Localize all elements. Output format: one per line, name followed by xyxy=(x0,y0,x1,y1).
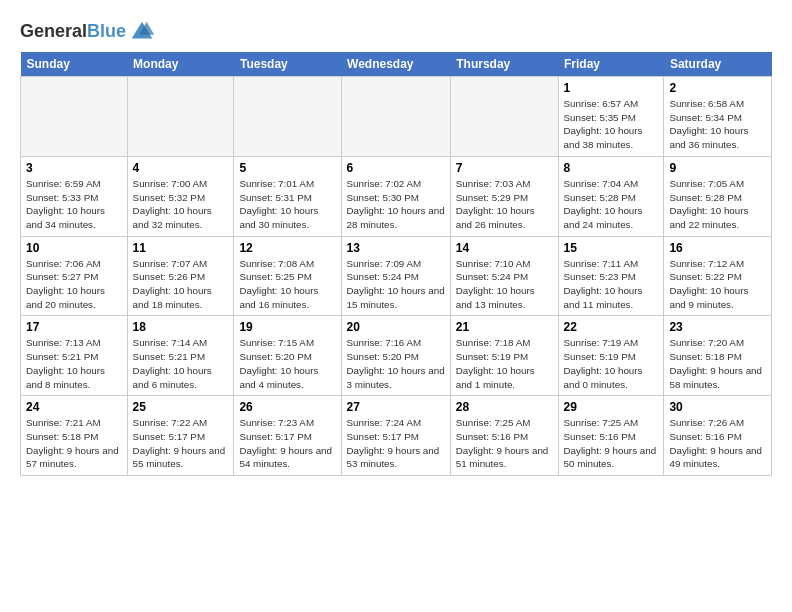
day-info: Sunrise: 7:22 AMSunset: 5:17 PMDaylight:… xyxy=(133,416,229,471)
day-info: Sunrise: 7:09 AMSunset: 5:24 PMDaylight:… xyxy=(347,257,445,312)
calendar-cell: 19Sunrise: 7:15 AMSunset: 5:20 PMDayligh… xyxy=(234,316,341,396)
col-header-thursday: Thursday xyxy=(450,52,558,77)
day-info: Sunrise: 7:25 AMSunset: 5:16 PMDaylight:… xyxy=(456,416,553,471)
calendar-cell: 1Sunrise: 6:57 AMSunset: 5:35 PMDaylight… xyxy=(558,77,664,157)
col-header-wednesday: Wednesday xyxy=(341,52,450,77)
day-info: Sunrise: 7:26 AMSunset: 5:16 PMDaylight:… xyxy=(669,416,766,471)
calendar-cell xyxy=(127,77,234,157)
col-header-saturday: Saturday xyxy=(664,52,772,77)
day-info: Sunrise: 7:25 AMSunset: 5:16 PMDaylight:… xyxy=(564,416,659,471)
calendar-cell: 12Sunrise: 7:08 AMSunset: 5:25 PMDayligh… xyxy=(234,236,341,316)
calendar-cell: 10Sunrise: 7:06 AMSunset: 5:27 PMDayligh… xyxy=(21,236,128,316)
logo-text: GeneralBlue xyxy=(20,22,126,42)
calendar-cell: 20Sunrise: 7:16 AMSunset: 5:20 PMDayligh… xyxy=(341,316,450,396)
calendar-table: SundayMondayTuesdayWednesdayThursdayFrid… xyxy=(20,52,772,476)
day-info: Sunrise: 7:23 AMSunset: 5:17 PMDaylight:… xyxy=(239,416,335,471)
calendar-cell: 18Sunrise: 7:14 AMSunset: 5:21 PMDayligh… xyxy=(127,316,234,396)
col-header-friday: Friday xyxy=(558,52,664,77)
calendar-cell: 3Sunrise: 6:59 AMSunset: 5:33 PMDaylight… xyxy=(21,156,128,236)
day-number: 17 xyxy=(26,320,122,334)
calendar-cell: 25Sunrise: 7:22 AMSunset: 5:17 PMDayligh… xyxy=(127,396,234,476)
day-number: 25 xyxy=(133,400,229,414)
calendar-cell: 5Sunrise: 7:01 AMSunset: 5:31 PMDaylight… xyxy=(234,156,341,236)
day-info: Sunrise: 7:15 AMSunset: 5:20 PMDaylight:… xyxy=(239,336,335,391)
calendar-cell: 17Sunrise: 7:13 AMSunset: 5:21 PMDayligh… xyxy=(21,316,128,396)
day-info: Sunrise: 7:07 AMSunset: 5:26 PMDaylight:… xyxy=(133,257,229,312)
day-number: 29 xyxy=(564,400,659,414)
day-number: 2 xyxy=(669,81,766,95)
day-info: Sunrise: 7:00 AMSunset: 5:32 PMDaylight:… xyxy=(133,177,229,232)
col-header-tuesday: Tuesday xyxy=(234,52,341,77)
day-number: 5 xyxy=(239,161,335,175)
day-info: Sunrise: 7:21 AMSunset: 5:18 PMDaylight:… xyxy=(26,416,122,471)
day-number: 28 xyxy=(456,400,553,414)
day-number: 9 xyxy=(669,161,766,175)
calendar-cell: 29Sunrise: 7:25 AMSunset: 5:16 PMDayligh… xyxy=(558,396,664,476)
day-info: Sunrise: 7:14 AMSunset: 5:21 PMDaylight:… xyxy=(133,336,229,391)
day-number: 13 xyxy=(347,241,445,255)
calendar-cell: 23Sunrise: 7:20 AMSunset: 5:18 PMDayligh… xyxy=(664,316,772,396)
calendar-cell: 8Sunrise: 7:04 AMSunset: 5:28 PMDaylight… xyxy=(558,156,664,236)
calendar-cell: 2Sunrise: 6:58 AMSunset: 5:34 PMDaylight… xyxy=(664,77,772,157)
calendar-cell xyxy=(21,77,128,157)
day-number: 3 xyxy=(26,161,122,175)
day-number: 12 xyxy=(239,241,335,255)
logo-icon xyxy=(128,18,156,46)
day-info: Sunrise: 6:57 AMSunset: 5:35 PMDaylight:… xyxy=(564,97,659,152)
day-number: 19 xyxy=(239,320,335,334)
day-info: Sunrise: 7:02 AMSunset: 5:30 PMDaylight:… xyxy=(347,177,445,232)
calendar-cell: 4Sunrise: 7:00 AMSunset: 5:32 PMDaylight… xyxy=(127,156,234,236)
calendar-cell: 22Sunrise: 7:19 AMSunset: 5:19 PMDayligh… xyxy=(558,316,664,396)
calendar-cell: 16Sunrise: 7:12 AMSunset: 5:22 PMDayligh… xyxy=(664,236,772,316)
day-info: Sunrise: 7:19 AMSunset: 5:19 PMDaylight:… xyxy=(564,336,659,391)
calendar-cell: 13Sunrise: 7:09 AMSunset: 5:24 PMDayligh… xyxy=(341,236,450,316)
day-info: Sunrise: 7:11 AMSunset: 5:23 PMDaylight:… xyxy=(564,257,659,312)
day-number: 8 xyxy=(564,161,659,175)
calendar-cell: 9Sunrise: 7:05 AMSunset: 5:28 PMDaylight… xyxy=(664,156,772,236)
day-number: 6 xyxy=(347,161,445,175)
day-number: 18 xyxy=(133,320,229,334)
day-number: 4 xyxy=(133,161,229,175)
calendar-cell: 15Sunrise: 7:11 AMSunset: 5:23 PMDayligh… xyxy=(558,236,664,316)
day-number: 1 xyxy=(564,81,659,95)
calendar-cell: 24Sunrise: 7:21 AMSunset: 5:18 PMDayligh… xyxy=(21,396,128,476)
day-info: Sunrise: 7:20 AMSunset: 5:18 PMDaylight:… xyxy=(669,336,766,391)
calendar-cell: 30Sunrise: 7:26 AMSunset: 5:16 PMDayligh… xyxy=(664,396,772,476)
day-info: Sunrise: 7:13 AMSunset: 5:21 PMDaylight:… xyxy=(26,336,122,391)
calendar-cell xyxy=(341,77,450,157)
day-number: 16 xyxy=(669,241,766,255)
day-number: 26 xyxy=(239,400,335,414)
page-header: GeneralBlue xyxy=(20,18,772,46)
day-number: 15 xyxy=(564,241,659,255)
day-info: Sunrise: 7:18 AMSunset: 5:19 PMDaylight:… xyxy=(456,336,553,391)
day-info: Sunrise: 7:16 AMSunset: 5:20 PMDaylight:… xyxy=(347,336,445,391)
col-header-sunday: Sunday xyxy=(21,52,128,77)
day-number: 20 xyxy=(347,320,445,334)
day-info: Sunrise: 7:10 AMSunset: 5:24 PMDaylight:… xyxy=(456,257,553,312)
day-number: 11 xyxy=(133,241,229,255)
calendar-cell xyxy=(450,77,558,157)
day-number: 30 xyxy=(669,400,766,414)
day-info: Sunrise: 7:12 AMSunset: 5:22 PMDaylight:… xyxy=(669,257,766,312)
day-number: 10 xyxy=(26,241,122,255)
day-info: Sunrise: 7:03 AMSunset: 5:29 PMDaylight:… xyxy=(456,177,553,232)
calendar-cell: 14Sunrise: 7:10 AMSunset: 5:24 PMDayligh… xyxy=(450,236,558,316)
calendar-cell: 28Sunrise: 7:25 AMSunset: 5:16 PMDayligh… xyxy=(450,396,558,476)
calendar-cell: 27Sunrise: 7:24 AMSunset: 5:17 PMDayligh… xyxy=(341,396,450,476)
day-number: 22 xyxy=(564,320,659,334)
day-number: 21 xyxy=(456,320,553,334)
calendar-cell xyxy=(234,77,341,157)
day-info: Sunrise: 7:08 AMSunset: 5:25 PMDaylight:… xyxy=(239,257,335,312)
col-header-monday: Monday xyxy=(127,52,234,77)
calendar-cell: 21Sunrise: 7:18 AMSunset: 5:19 PMDayligh… xyxy=(450,316,558,396)
day-info: Sunrise: 7:06 AMSunset: 5:27 PMDaylight:… xyxy=(26,257,122,312)
day-number: 23 xyxy=(669,320,766,334)
calendar-cell: 6Sunrise: 7:02 AMSunset: 5:30 PMDaylight… xyxy=(341,156,450,236)
day-info: Sunrise: 7:05 AMSunset: 5:28 PMDaylight:… xyxy=(669,177,766,232)
day-info: Sunrise: 7:24 AMSunset: 5:17 PMDaylight:… xyxy=(347,416,445,471)
day-info: Sunrise: 7:04 AMSunset: 5:28 PMDaylight:… xyxy=(564,177,659,232)
day-info: Sunrise: 7:01 AMSunset: 5:31 PMDaylight:… xyxy=(239,177,335,232)
day-number: 7 xyxy=(456,161,553,175)
calendar-cell: 26Sunrise: 7:23 AMSunset: 5:17 PMDayligh… xyxy=(234,396,341,476)
calendar-cell: 7Sunrise: 7:03 AMSunset: 5:29 PMDaylight… xyxy=(450,156,558,236)
